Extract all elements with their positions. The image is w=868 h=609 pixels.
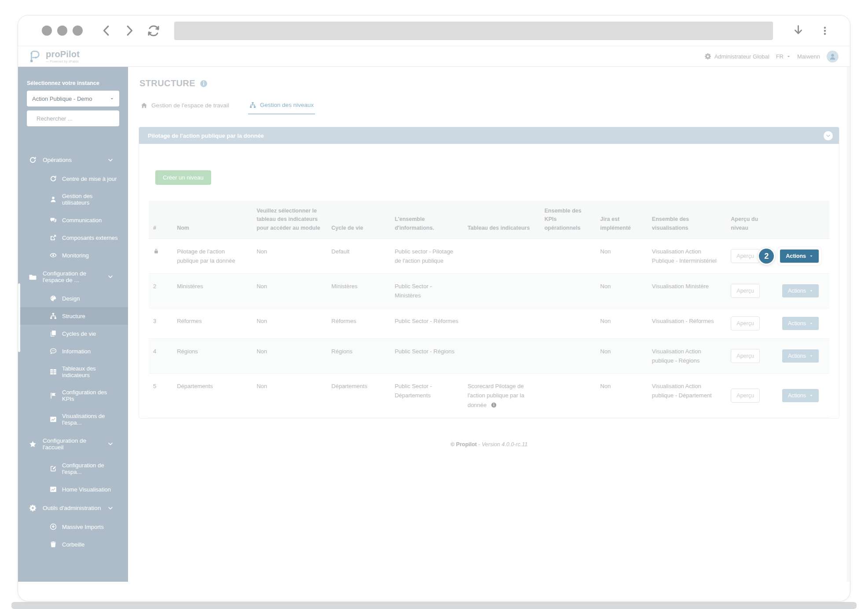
cell-jira: Non [596,308,648,339]
language-selector[interactable]: FR [776,53,791,60]
sidebar-scrollbar-thumb[interactable] [18,283,20,352]
row-number: 5 [153,383,156,389]
search-input[interactable] [37,115,114,122]
download-icon[interactable] [792,25,804,37]
apercu-button[interactable]: Aperçu [731,389,760,403]
column-header-1: Nom [172,201,252,239]
sidebar-section-label: Configuration de l'accueil [43,437,108,451]
tabs: Gestion de l'espace de travailGestion de… [139,102,839,114]
instance-selector[interactable]: Action Publique - Demo [27,91,119,106]
sidebar-item-communication[interactable]: Communication [18,211,128,229]
cell-kpis-operationnels [540,308,596,339]
home-icon [141,102,147,109]
chevron-down-icon [108,506,113,511]
apercu-button[interactable]: Aperçu [731,249,760,263]
star-icon [29,440,37,448]
sidebar-item-label: Massive Imports [62,524,104,530]
sidebar-item-label: Visualisations de l'espa... [62,413,120,426]
info-icon[interactable] [200,80,208,88]
apercu-button[interactable]: Aperçu [731,316,760,330]
pages-icon [50,330,57,337]
cell-actions: AperçuActions [726,339,829,374]
apercu-button[interactable]: Aperçu [731,349,760,363]
cell-kpis-operationnels [540,374,596,418]
lock-icon [153,248,159,254]
level-panel: Pilotage de l'action publique par la don… [139,127,839,418]
user-menu[interactable]: Maiwenn [797,53,820,60]
tutorial-step-badge: 2 [759,249,774,264]
sidebar-item-configuration-de-l-espa[interactable]: Configuration de l'espa... [18,457,128,481]
cell-number: 2 [149,274,172,308]
column-header-5: Tableau des indicateurs [463,201,540,239]
avatar[interactable] [827,51,839,62]
cell-module: Non [252,374,327,418]
sidebar-item-cycles-de-vie[interactable]: Cycles de vie [18,325,128,342]
cell-actions: AperçuActions [726,274,829,308]
sidebar-section-configuration-de-l-espace-de[interactable]: Configuration de l'espace de ... [18,264,128,290]
trash-icon [50,541,57,548]
sidebar-item-design[interactable]: Design [18,290,128,307]
sidebar-item-tableaux-des-indicateurs[interactable]: Tableaux des indicateurs [18,360,128,384]
actions-button[interactable]: Actions [782,389,819,402]
sidebar-section-outils-d-administration[interactable]: Outils d'administration [18,498,128,518]
actions-button[interactable]: Actions [782,284,819,297]
apercu-button[interactable]: Aperçu [731,284,760,298]
gear-icon [704,53,711,60]
gear-icon [29,504,37,512]
main-content: STRUCTURE Gestion de l'espace de travail… [128,67,850,582]
kebab-menu-icon[interactable] [820,26,830,36]
chartline-icon [50,486,57,493]
window-control-dot [57,26,67,36]
cell-jira: Non [596,339,648,374]
sidebar-item-corbeille[interactable]: Corbeille [18,536,128,553]
sidebar-section-operations[interactable]: Opérations [18,150,128,170]
downcircle-icon [50,523,57,530]
sidebar-item-composants-externes[interactable]: Composants externes [18,229,128,246]
panel-header: Pilotage de l'action publique par la don… [139,127,839,144]
table-row: 3RéformesNonRéformesPublic Sector - Réfo… [149,308,829,339]
actions-button[interactable]: Actions [780,249,819,263]
row-number: 3 [153,318,156,324]
cell-cycle-de-vie: Default [327,239,390,274]
sidebar-item-home-visualisation[interactable]: Home Visualisation [18,481,128,498]
sidebar-item-monitoring[interactable]: Monitoring [18,246,128,264]
sidebar-item-structure[interactable]: Structure [18,307,128,325]
cell-ensemble-informations: Public Sector - Ministères [390,274,463,308]
cell-cycle-de-vie: Ministères [327,274,390,308]
sidebar-section-configuration-de-l-accueil[interactable]: Configuration de l'accueil [18,431,128,457]
sidebar-section-label: Outils d'administration [43,505,101,511]
admin-menu[interactable]: Administrateur Global [704,53,769,60]
tab-gestion-des-niveaux[interactable]: Gestion des niveaux [248,102,315,114]
actions-button[interactable]: Actions [782,317,819,330]
cell-module: Non [252,308,327,339]
table-icon [50,368,57,375]
address-bar[interactable] [174,22,773,40]
sidebar-item-visualisations-de-l-espa[interactable]: Visualisations de l'espa... [18,407,128,431]
sidebar-item-gestion-des-utilisateurs[interactable]: Gestion des utilisateurs [18,187,128,211]
sidebar-item-information[interactable]: Information [18,342,128,360]
main-scrollbar[interactable] [847,67,850,582]
row-number: 4 [153,348,156,355]
sidebar-item-massive-imports[interactable]: Massive Imports [18,518,128,536]
propilot-logo[interactable]: proPilot — Powered by dFakto [28,49,80,63]
chat-icon [50,216,57,224]
edit-icon [50,465,57,472]
sidebar-item-label: Cycles de vie [62,330,96,337]
chevron-down-icon [108,158,113,163]
actions-button[interactable]: Actions [782,349,819,363]
cell-nom: Réformes [172,308,252,339]
person-icon [829,53,836,60]
tab-gestion-de-l-espace-de-travail[interactable]: Gestion de l'espace de travail [139,102,231,114]
panel-collapse-button[interactable] [824,131,833,140]
sidebar-item-configuration-des-kpis[interactable]: Configuration des KPIs [18,384,128,407]
sidebar-item-centre-de-mise-a-jour[interactable]: Centre de mise à jour [18,170,128,187]
create-level-button[interactable]: Créer un niveau [155,170,211,185]
reload-icon[interactable] [147,24,160,37]
table-row: 4RégionsNonRégionsPublic Sector - Région… [149,339,829,374]
back-icon[interactable] [100,25,112,37]
forward-icon[interactable] [124,25,136,37]
sidebar-search[interactable] [27,110,119,126]
info-icon[interactable] [491,402,497,408]
sidebar-item-label: Configuration de l'espa... [62,462,120,475]
cell-visualisations: Visualisation Ministère [648,274,726,308]
